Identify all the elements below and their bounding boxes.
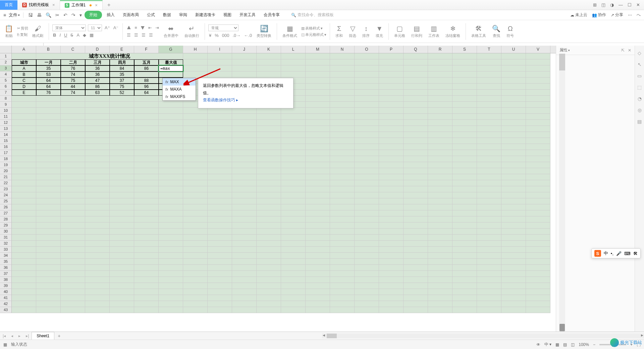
cell[interactable]: D [12, 84, 36, 90]
cell[interactable] [355, 271, 379, 277]
cell[interactable] [477, 114, 501, 120]
cell[interactable] [306, 204, 330, 210]
cell[interactable] [232, 65, 257, 71]
cell[interactable] [257, 168, 281, 174]
cell[interactable] [501, 186, 526, 192]
column-header[interactable]: H [183, 46, 208, 53]
cell[interactable] [306, 102, 330, 108]
cell[interactable] [85, 289, 110, 295]
cell[interactable] [428, 222, 452, 229]
zoom-out-icon[interactable]: − [593, 342, 595, 347]
dec-inc-icon[interactable]: .0→ [232, 32, 241, 39]
cell[interactable] [501, 53, 526, 59]
cell[interactable] [379, 259, 404, 265]
font-color-icon[interactable]: A [76, 32, 80, 38]
cell[interactable] [379, 180, 404, 186]
cell[interactable] [110, 198, 134, 204]
cell[interactable] [452, 210, 477, 216]
cell[interactable] [281, 138, 306, 144]
cell[interactable] [257, 277, 281, 283]
cell[interactable] [85, 265, 110, 271]
menu-member[interactable]: 会员专享 [260, 11, 283, 19]
cell[interactable] [379, 295, 404, 301]
cell[interactable] [208, 265, 232, 271]
close-icon[interactable]: × [95, 3, 98, 8]
cut-icon[interactable]: ✂ [54, 12, 61, 18]
tooltip-link[interactable]: 查看函数操作技巧 ▸ [203, 98, 238, 102]
cell[interactable] [12, 259, 36, 265]
cell[interactable] [330, 277, 355, 283]
cell[interactable] [477, 216, 501, 222]
cell[interactable] [183, 271, 208, 277]
cell[interactable] [330, 108, 355, 114]
cell[interactable] [12, 180, 36, 186]
cell[interactable] [257, 295, 281, 301]
cell[interactable] [36, 108, 61, 114]
cell[interactable] [134, 192, 159, 198]
cell[interactable] [85, 144, 110, 150]
column-header[interactable]: O [355, 46, 379, 53]
cell[interactable]: E [12, 90, 36, 96]
cell[interactable] [281, 283, 306, 289]
cell[interactable] [134, 301, 159, 307]
cell[interactable] [526, 144, 550, 150]
ime-mic-icon[interactable]: 🎤 [616, 251, 622, 256]
cell[interactable] [183, 120, 208, 126]
cell[interactable] [281, 259, 306, 265]
cell[interactable] [85, 283, 110, 289]
cell[interactable] [379, 192, 404, 198]
cell[interactable] [232, 259, 257, 265]
cell[interactable] [61, 198, 85, 204]
cell[interactable] [85, 277, 110, 283]
cell[interactable] [85, 307, 110, 313]
cell[interactable] [12, 186, 36, 192]
cell[interactable] [208, 204, 232, 210]
cell[interactable] [232, 150, 257, 156]
row-header[interactable]: 32 [0, 241, 12, 247]
cell[interactable] [36, 156, 61, 162]
cell[interactable] [428, 84, 452, 90]
cell[interactable] [477, 235, 501, 241]
cell[interactable] [306, 277, 330, 283]
cell[interactable] [281, 277, 306, 283]
cell[interactable] [257, 192, 281, 198]
cell[interactable] [232, 192, 257, 198]
cell[interactable] [404, 204, 428, 210]
cell[interactable] [452, 71, 477, 78]
align-center-icon[interactable]: ☰ [133, 32, 139, 38]
cell[interactable] [232, 126, 257, 132]
cell[interactable] [61, 186, 85, 192]
cell[interactable] [428, 216, 452, 222]
cell[interactable] [85, 114, 110, 120]
cell[interactable] [379, 265, 404, 271]
cell[interactable] [379, 247, 404, 253]
cell[interactable] [110, 120, 134, 126]
cell[interactable] [232, 162, 257, 168]
cell[interactable] [281, 210, 306, 216]
cell[interactable] [36, 283, 61, 289]
cell[interactable] [501, 150, 526, 156]
menu-layout[interactable]: 页面布局 [119, 11, 142, 19]
cell[interactable] [12, 132, 36, 138]
cell[interactable] [12, 96, 36, 102]
sheet-nav-prev[interactable]: ◂ [8, 334, 16, 338]
cell[interactable] [281, 265, 306, 271]
cell[interactable] [526, 277, 550, 283]
cell[interactable] [306, 186, 330, 192]
cell[interactable] [36, 271, 61, 277]
cell[interactable] [61, 132, 85, 138]
cell[interactable] [330, 84, 355, 90]
cell[interactable] [306, 53, 330, 59]
cell[interactable] [183, 283, 208, 289]
cell[interactable] [61, 150, 85, 156]
cell[interactable] [526, 186, 550, 192]
menu-newtab[interactable]: 新建选项卡 [192, 11, 219, 19]
cell[interactable]: =max [159, 65, 183, 71]
cell[interactable] [355, 204, 379, 210]
cell[interactable] [306, 108, 330, 114]
column-header[interactable]: T [477, 46, 501, 53]
cell[interactable] [183, 150, 208, 156]
cell[interactable] [501, 90, 526, 96]
cell[interactable] [110, 138, 134, 144]
cell[interactable] [404, 65, 428, 71]
